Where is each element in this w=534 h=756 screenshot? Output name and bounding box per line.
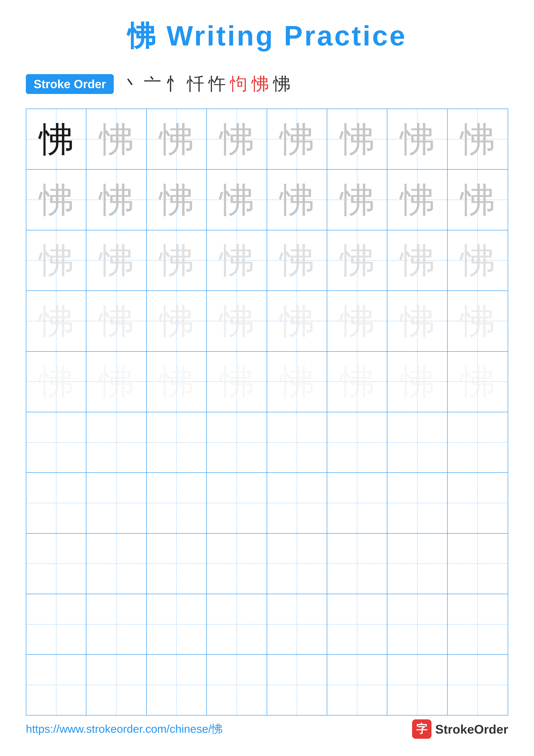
grid-cell-1-3[interactable]: 怫 xyxy=(147,109,207,169)
footer-url[interactable]: https://www.strokeorder.com/chinese/怫 xyxy=(26,721,222,737)
grid-cell-3-1[interactable]: 怫 xyxy=(26,230,87,290)
grid-cell-9-6[interactable] xyxy=(327,594,387,654)
grid-cell-9-2[interactable] xyxy=(87,594,146,654)
grid-cell-2-7[interactable]: 怫 xyxy=(387,170,447,230)
grid-cell-8-7[interactable] xyxy=(387,534,447,594)
grid-cell-10-4[interactable] xyxy=(207,655,267,715)
grid-cell-9-4[interactable] xyxy=(207,594,267,654)
grid-cell-10-6[interactable] xyxy=(327,655,387,715)
grid-cell-1-7[interactable]: 怫 xyxy=(387,109,447,169)
grid-cell-7-8[interactable] xyxy=(447,473,508,533)
grid-row-6 xyxy=(26,412,508,473)
grid-row-7 xyxy=(26,473,508,533)
title-char: 怫 Writing Practice xyxy=(127,20,407,51)
grid-cell-6-1[interactable] xyxy=(26,412,87,472)
grid-cell-1-5[interactable]: 怫 xyxy=(267,109,327,169)
grid-cell-5-2[interactable]: 怫 xyxy=(87,352,146,412)
grid-cell-9-1[interactable] xyxy=(26,594,87,654)
grid-cell-3-4[interactable]: 怫 xyxy=(207,230,267,290)
grid-cell-4-3[interactable]: 怫 xyxy=(147,291,207,351)
grid-row-4: 怫 怫 怫 怫 怫 怫 怫 怫 xyxy=(26,291,508,351)
grid-cell-4-4[interactable]: 怫 xyxy=(207,291,267,351)
grid-cell-9-3[interactable] xyxy=(147,594,207,654)
char-very-light-gray: 怫 xyxy=(219,304,254,338)
grid-cell-4-2[interactable]: 怫 xyxy=(87,291,146,351)
grid-cell-6-7[interactable] xyxy=(387,412,447,472)
grid-cell-3-2[interactable]: 怫 xyxy=(87,230,146,290)
grid-cell-1-1[interactable]: 怫 xyxy=(26,109,87,169)
grid-cell-7-5[interactable] xyxy=(267,473,327,533)
stroke-8: 怫 xyxy=(273,72,291,96)
grid-cell-6-6[interactable] xyxy=(327,412,387,472)
grid-cell-2-6[interactable]: 怫 xyxy=(327,170,387,230)
grid-cell-3-5[interactable]: 怫 xyxy=(267,230,327,290)
grid-cell-9-8[interactable] xyxy=(447,594,508,654)
grid-cell-1-6[interactable]: 怫 xyxy=(327,109,387,169)
char-very-light-gray: 怫 xyxy=(400,304,435,338)
grid-cell-8-3[interactable] xyxy=(147,534,207,594)
grid-cell-1-2[interactable]: 怫 xyxy=(87,109,146,169)
stroke-order-chars: 丶 亠 忄 忏 忤 怐 怫 怫 xyxy=(122,72,291,96)
grid-cell-3-7[interactable]: 怫 xyxy=(387,230,447,290)
grid-cell-4-5[interactable]: 怫 xyxy=(267,291,327,351)
char-light-gray: 怫 xyxy=(400,243,435,278)
grid-cell-7-6[interactable] xyxy=(327,473,387,533)
grid-cell-7-2[interactable] xyxy=(87,473,146,533)
grid-cell-2-8[interactable]: 怫 xyxy=(447,170,508,230)
grid-cell-10-8[interactable] xyxy=(447,655,508,715)
footer-logo-label: StrokeOrder xyxy=(435,722,508,736)
grid-cell-2-1[interactable]: 怫 xyxy=(26,170,87,230)
grid-cell-1-8[interactable]: 怫 xyxy=(447,109,508,169)
grid-cell-2-5[interactable]: 怫 xyxy=(267,170,327,230)
grid-cell-3-3[interactable]: 怫 xyxy=(147,230,207,290)
grid-cell-4-8[interactable]: 怫 xyxy=(447,291,508,351)
grid-cell-6-2[interactable] xyxy=(87,412,146,472)
grid-cell-8-4[interactable] xyxy=(207,534,267,594)
grid-cell-6-4[interactable] xyxy=(207,412,267,472)
grid-cell-3-8[interactable]: 怫 xyxy=(447,230,508,290)
grid-cell-5-8[interactable]: 怫 xyxy=(447,352,508,412)
grid-cell-7-1[interactable] xyxy=(26,473,87,533)
grid-cell-5-7[interactable]: 怫 xyxy=(387,352,447,412)
stroke-3: 忄 xyxy=(165,72,183,96)
grid-cell-2-4[interactable]: 怫 xyxy=(207,170,267,230)
grid-cell-7-3[interactable] xyxy=(147,473,207,533)
char-very-light-gray: 怫 xyxy=(99,304,134,338)
grid-cell-8-5[interactable] xyxy=(267,534,327,594)
grid-cell-4-7[interactable]: 怫 xyxy=(387,291,447,351)
grid-cell-5-6[interactable]: 怫 xyxy=(327,352,387,412)
grid-cell-10-1[interactable] xyxy=(26,655,87,715)
grid-cell-7-7[interactable] xyxy=(387,473,447,533)
grid-row-8 xyxy=(26,534,508,594)
grid-cell-7-4[interactable] xyxy=(207,473,267,533)
grid-cell-8-2[interactable] xyxy=(87,534,146,594)
grid-cell-5-1[interactable]: 怫 xyxy=(26,352,87,412)
grid-cell-6-3[interactable] xyxy=(147,412,207,472)
grid-cell-5-4[interactable]: 怫 xyxy=(207,352,267,412)
grid-cell-9-7[interactable] xyxy=(387,594,447,654)
grid-cell-2-3[interactable]: 怫 xyxy=(147,170,207,230)
grid-cell-9-5[interactable] xyxy=(267,594,327,654)
grid-cell-8-8[interactable] xyxy=(447,534,508,594)
char-medium-gray: 怫 xyxy=(460,182,495,217)
grid-cell-4-1[interactable]: 怫 xyxy=(26,291,87,351)
grid-cell-1-4[interactable]: 怫 xyxy=(207,109,267,169)
grid-cell-2-2[interactable]: 怫 xyxy=(87,170,146,230)
grid-cell-6-5[interactable] xyxy=(267,412,327,472)
grid-cell-6-8[interactable] xyxy=(447,412,508,472)
char-very-light-gray: 怫 xyxy=(340,304,374,338)
char-lightest-gray: 怫 xyxy=(159,364,194,399)
grid-cell-4-6[interactable]: 怫 xyxy=(327,291,387,351)
grid-cell-8-1[interactable] xyxy=(26,534,87,594)
grid-cell-10-2[interactable] xyxy=(87,655,146,715)
char-medium-gray: 怫 xyxy=(340,122,374,156)
grid-cell-10-3[interactable] xyxy=(147,655,207,715)
grid-cell-10-5[interactable] xyxy=(267,655,327,715)
grid-cell-5-3[interactable]: 怫 xyxy=(147,352,207,412)
grid-cell-10-7[interactable] xyxy=(387,655,447,715)
grid-cell-5-5[interactable]: 怫 xyxy=(267,352,327,412)
char-medium-gray: 怫 xyxy=(400,122,435,156)
grid-cell-3-6[interactable]: 怫 xyxy=(327,230,387,290)
char-medium-gray: 怫 xyxy=(159,182,194,217)
grid-cell-8-6[interactable] xyxy=(327,534,387,594)
